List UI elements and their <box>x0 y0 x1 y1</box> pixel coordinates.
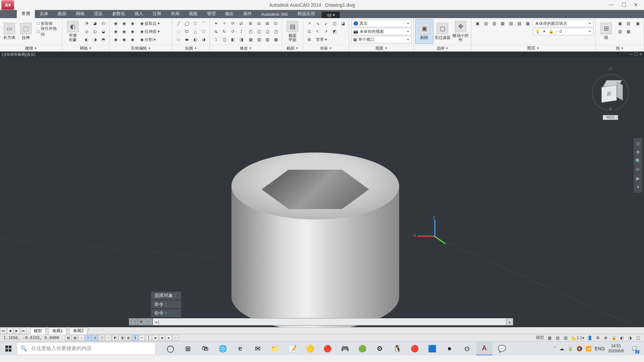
ribbon-icon[interactable]: ◌ <box>174 28 182 35</box>
ribbon-icon[interactable]: ↖ <box>314 28 322 35</box>
ribbon-button-组[interactable]: ⊞组 <box>597 19 615 44</box>
ribbon-icon[interactable]: ◕ <box>91 20 99 27</box>
ribbon-icon[interactable]: ╱ <box>174 20 182 27</box>
ribbon-icon[interactable]: ◉ <box>120 28 128 35</box>
taskbar-app-14[interactable]: 🔴 <box>407 342 423 355</box>
taskbar-app-0[interactable]: ◯ <box>162 342 178 355</box>
taskbar-app-3[interactable]: 🌐 <box>215 342 231 355</box>
taskbar-app-19[interactable]: 💬 <box>494 342 510 355</box>
wcs-badge[interactable]: WCS <box>603 115 618 120</box>
command-expand-icon[interactable]: ▴ <box>506 318 513 325</box>
tray-battery-icon[interactable]: 🔋 <box>568 346 573 351</box>
ribbon-icon[interactable]: ⤵ <box>212 36 220 43</box>
status-toggle-6[interactable]: □ <box>105 335 111 341</box>
quickview-drawings-icon[interactable]: ▥ <box>562 335 569 341</box>
ribbon-icon[interactable]: △ <box>191 28 199 35</box>
ribbon-icon[interactable]: ◪ <box>339 20 347 27</box>
menu-tab-7[interactable]: 注释 <box>148 9 166 18</box>
ribbon-icon[interactable]: ◉ <box>128 36 137 43</box>
taskbar-app-10[interactable]: 🎮 <box>337 342 353 355</box>
ribbon-icon[interactable]: ◩ <box>330 28 338 35</box>
ribbon-icon[interactable]: ⊞ <box>247 20 255 27</box>
ribbon-icon[interactable]: ▤ <box>624 20 632 27</box>
ribbon-item[interactable]: ◉ 提取边 ▾ <box>138 20 170 27</box>
layout-tab-布局1[interactable]: 布局1 <box>49 327 66 334</box>
ribbon-icon[interactable]: ▥ <box>616 28 624 35</box>
toolbar-lock-icon[interactable]: 🔒 <box>610 335 617 341</box>
ribbon-icon[interactable]: ◔ <box>83 20 91 27</box>
ribbon-icon[interactable]: ↙ <box>322 20 330 27</box>
ribbon-icon[interactable]: 世界 ▾ <box>314 36 334 43</box>
workspace-switching-icon[interactable]: ⊕ <box>602 335 609 341</box>
annotation-scale[interactable]: 📐1:1▾ <box>570 336 586 340</box>
menu-tab-8[interactable]: 布局 <box>166 9 184 18</box>
coordinates-readout[interactable]: 1.1656, -0.0155, 0.0000 <box>0 336 62 340</box>
ribbon-icon[interactable]: ◲ <box>263 28 271 35</box>
status-toggle-1[interactable]: ▦ <box>72 335 78 341</box>
ribbon-icon[interactable]: ▦ <box>247 36 255 43</box>
ribbon-icon[interactable]: ◶ <box>83 28 91 35</box>
ribbon-icon[interactable]: ⇆ <box>212 28 220 35</box>
menu-tab-14[interactable]: 精选应用 <box>293 9 320 18</box>
command-input[interactable]: ▸| <box>153 318 506 325</box>
menu-tab-3[interactable]: 网格 <box>71 9 89 18</box>
ribbon-dropdown[interactable]: ▦单个视口▼ <box>351 36 412 43</box>
ribbon-icon[interactable]: ◱ <box>255 28 263 35</box>
annotation-visibility-icon[interactable]: 👤 <box>586 335 593 341</box>
menu-tab-12[interactable]: 插件 <box>238 9 257 18</box>
ribbon-button-剔除[interactable]: ▣剔除 <box>415 19 433 44</box>
ribbon-icon[interactable]: ⊞ <box>305 36 313 43</box>
drawing-viewport[interactable]: Z X ⌂ ▼ 后 WCS ◎ ✥ 🔍 ⟳ ▶ ▾ 选择对象：命令：命令： ⋮⋮… <box>0 57 644 327</box>
menu-tab-13[interactable]: Autodesk 360 <box>257 10 293 18</box>
status-toggle-13[interactable]: ■ <box>152 335 158 341</box>
taskbar-app-4[interactable]: e <box>232 342 248 355</box>
status-toggle-10[interactable]: ╋ <box>132 335 138 341</box>
ribbon-icon[interactable]: ◯ <box>183 20 191 27</box>
viewport-label[interactable]: [-][东南等轴测][真实] <box>2 52 35 57</box>
taskbar-app-1[interactable]: ⊞ <box>180 342 196 355</box>
ribbon-icon[interactable]: ◵ <box>91 28 99 35</box>
ribbon-icon[interactable]: ◐ <box>83 36 91 43</box>
status-toggle-0[interactable]: ▦ <box>65 335 71 341</box>
tray-network-icon[interactable]: 📶 <box>586 346 591 351</box>
isolate-objects-icon[interactable]: ◑ <box>627 335 633 341</box>
status-toggle-16[interactable]: ◇ <box>172 335 178 341</box>
ribbon-icon[interactable]: ◑ <box>91 36 99 43</box>
close-commandline-icon[interactable]: ✕ <box>138 318 145 325</box>
ribbon-icon[interactable]: ◑ <box>200 36 208 43</box>
menu-tab-5[interactable]: 参数化 <box>107 9 130 18</box>
taskbar-app-5[interactable]: ✉ <box>250 342 266 355</box>
tray-show-hidden-icon[interactable]: ˄ <box>554 346 556 351</box>
navigation-bar[interactable]: ◎ ✥ 🔍 ⟳ ▶ ▾ <box>633 137 643 193</box>
status-toggle-4[interactable]: ⊞ <box>92 335 98 341</box>
quickview-layouts-icon[interactable]: ▤ <box>554 335 561 341</box>
ribbon-icon[interactable]: ▨ <box>515 20 523 27</box>
panel-title[interactable]: 建模 ▼ <box>0 45 62 51</box>
minimize-button[interactable]: — <box>609 2 614 8</box>
ribbon-icon[interactable]: ↘ <box>314 20 322 27</box>
status-toggle-2[interactable]: ⊥ <box>78 335 85 341</box>
ribbon-icon[interactable]: ◧ <box>229 36 237 43</box>
ribbon-icon[interactable]: ↗ <box>322 28 330 35</box>
taskbar-app-17[interactable]: ⊙ <box>459 342 475 355</box>
panel-title[interactable]: 选择 ▼ <box>414 45 471 51</box>
panel-title[interactable]: 视图 ▼ <box>349 45 414 51</box>
taskbar-app-11[interactable]: 🟢 <box>354 342 370 355</box>
ribbon-icon[interactable]: ▩ <box>272 36 280 43</box>
ribbon-dropdown[interactable]: 未保存的图层状态▼ <box>533 20 593 27</box>
ribbon-icon[interactable]: ⊡ <box>183 28 191 35</box>
command-grip-icon[interactable]: ⋮⋮ <box>129 318 138 325</box>
taskbar-search[interactable]: 🔍 在这里输入你要搜索的内容 <box>17 342 156 355</box>
command-line[interactable]: ⋮⋮ ✕ 🔧 ▸| ▴ <box>129 318 513 326</box>
ribbon-item[interactable]: ◉ 分割 ▾ <box>138 36 170 43</box>
ribbon-icon[interactable]: ⌒ <box>200 20 208 27</box>
ribbon-icon[interactable]: ↻ <box>220 28 228 35</box>
ribbon-icon[interactable]: ▦ <box>498 20 506 27</box>
taskbar-app-16[interactable]: ● <box>441 342 458 355</box>
ribbon-icon[interactable]: ◉ <box>128 20 137 27</box>
ucs-icon[interactable]: Z X <box>418 220 444 246</box>
tray-ime-label[interactable]: ENG <box>595 346 605 351</box>
compass-arrow-icon[interactable]: ▼ <box>608 106 613 112</box>
ribbon-icon[interactable]: ⬠ <box>200 28 208 35</box>
ribbon-icon[interactable]: ▣ <box>634 20 642 27</box>
